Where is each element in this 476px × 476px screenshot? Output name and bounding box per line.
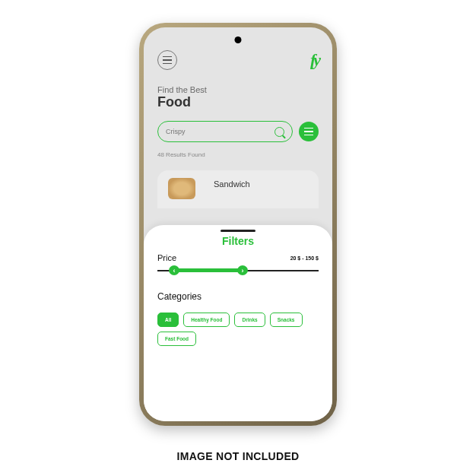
top-bar: fy: [144, 27, 332, 70]
search-field[interactable]: [157, 121, 293, 142]
price-row: Price 20 $ - 150 $: [157, 253, 319, 262]
sheet-drag-handle[interactable]: [221, 230, 255, 232]
search-row: [144, 116, 332, 147]
filter-button[interactable]: [299, 122, 319, 141]
phone-mockup-frame: fy Find the Best Food 48 Results Found S…: [139, 23, 337, 426]
price-label: Price: [157, 253, 176, 262]
result-card-preview[interactable]: Sandwich: [157, 170, 319, 208]
filters-bottom-sheet: Filters Price 20 $ - 150 $ ‹ › Categorie…: [144, 225, 332, 421]
price-range-value: 20 $ - 150 $: [290, 255, 319, 261]
sheet-title: Filters: [157, 235, 319, 247]
page-heading: Find the Best Food: [144, 70, 332, 116]
search-icon[interactable]: [274, 127, 284, 137]
category-chips-group: All Healthy Food Drinks Snacks Fast Food: [157, 313, 319, 346]
food-thumbnail: [168, 178, 195, 199]
chip-healthy-food[interactable]: Healthy Food: [183, 313, 230, 327]
phone-screen: fy Find the Best Food 48 Results Found S…: [144, 27, 332, 421]
slider-thumb-min[interactable]: ‹: [169, 265, 179, 275]
heading-subtitle: Find the Best: [157, 85, 319, 94]
food-title: Sandwich: [214, 179, 250, 189]
image-not-included-label: IMAGE NOT INCLUDED: [0, 450, 476, 462]
chip-drinks[interactable]: Drinks: [234, 313, 265, 327]
slider-thumb-max[interactable]: ›: [237, 265, 248, 275]
categories-label: Categories: [157, 291, 319, 302]
price-slider[interactable]: ‹ ›: [157, 265, 319, 276]
chip-snacks[interactable]: Snacks: [270, 313, 303, 327]
results-count-label: 48 Results Found: [144, 147, 332, 163]
search-input[interactable]: [166, 128, 261, 135]
menu-button[interactable]: [157, 50, 177, 70]
heading-title: Food: [157, 94, 319, 110]
brand-logo: fy: [310, 50, 319, 70]
front-camera-dot: [235, 36, 242, 43]
slider-fill: [174, 268, 243, 272]
chip-fast-food[interactable]: Fast Food: [157, 332, 196, 346]
chip-all[interactable]: All: [157, 313, 179, 327]
